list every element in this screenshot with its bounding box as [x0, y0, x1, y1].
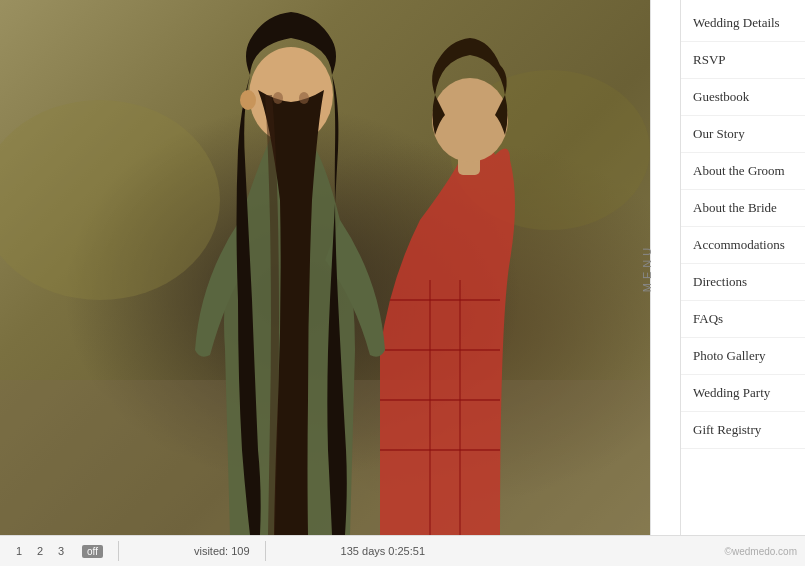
- menu-item-faqs[interactable]: FAQs: [681, 301, 805, 338]
- menu-item-about-groom[interactable]: About the Groom: [681, 153, 805, 190]
- svg-point-8: [299, 92, 309, 104]
- svg-point-7: [273, 92, 283, 104]
- main-container: MENU Wedding Details RSVP Guestbook Our …: [0, 0, 805, 535]
- menu-item-wedding-details[interactable]: Wedding Details: [681, 5, 805, 42]
- divider: [118, 541, 119, 561]
- off-badge[interactable]: off: [82, 545, 103, 558]
- photo-area: [0, 0, 650, 535]
- menu-item-accommodations[interactable]: Accommodations: [681, 227, 805, 264]
- svg-point-9: [240, 90, 256, 110]
- menu-item-about-bride[interactable]: About the Bride: [681, 190, 805, 227]
- visited-label: visited: 109: [194, 545, 250, 557]
- svg-point-1: [0, 100, 220, 300]
- menu-label: MENU: [641, 243, 653, 291]
- background-photo: [0, 0, 650, 535]
- menu-items: Wedding Details RSVP Guestbook Our Story…: [681, 0, 805, 535]
- page-2[interactable]: 2: [31, 542, 49, 560]
- couple-illustration: [0, 0, 650, 535]
- days-counter: 135 days 0:25:51: [341, 545, 425, 557]
- menu-item-rsvp[interactable]: RSVP: [681, 42, 805, 79]
- watermark: ©wedmedo.com: [725, 546, 797, 557]
- page-1[interactable]: 1: [10, 542, 28, 560]
- bottom-bar: 1 2 3 off visited: 109 135 days 0:25:51 …: [0, 535, 805, 566]
- menu-item-directions[interactable]: Directions: [681, 264, 805, 301]
- menu-item-our-story[interactable]: Our Story: [681, 116, 805, 153]
- svg-point-4: [432, 78, 508, 162]
- menu-item-photo-gallery[interactable]: Photo Gallery: [681, 338, 805, 375]
- page-numbers: 1 2 3: [10, 542, 70, 560]
- menu-sidebar: MENU Wedding Details RSVP Guestbook Our …: [650, 0, 805, 535]
- menu-item-gift-registry[interactable]: Gift Registry: [681, 412, 805, 449]
- page-3[interactable]: 3: [52, 542, 70, 560]
- menu-item-wedding-party[interactable]: Wedding Party: [681, 375, 805, 412]
- menu-label-container: MENU: [651, 0, 681, 535]
- divider2: [265, 541, 266, 561]
- menu-item-guestbook[interactable]: Guestbook: [681, 79, 805, 116]
